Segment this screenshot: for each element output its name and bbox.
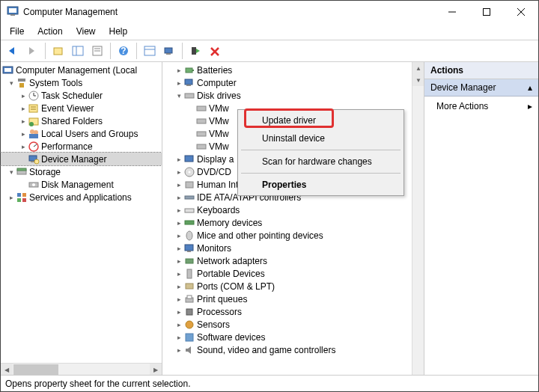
tree-shared-folders[interactable]: ▸Shared Folders — [1, 114, 162, 127]
svg-point-65 — [186, 231, 192, 240]
svg-text:?: ? — [121, 46, 126, 56]
device-disk-drives[interactable]: ▾Disk drives — [168, 89, 424, 102]
svg-point-32 — [29, 122, 34, 126]
svg-rect-53 — [185, 94, 194, 98]
tree-event-viewer[interactable]: ▸Event Viewer — [1, 102, 162, 114]
menu-view[interactable]: View — [70, 25, 102, 38]
device-ports[interactable]: ▸Ports (COM & LPT) — [168, 280, 424, 293]
help-button[interactable]: ? — [115, 42, 133, 60]
tree-performance[interactable]: ▸Performance — [1, 140, 162, 153]
app-icon — [7, 5, 19, 19]
tree-task-scheduler[interactable]: ▸Task Scheduler — [1, 89, 162, 102]
view-button[interactable] — [141, 42, 159, 60]
svg-rect-45 — [17, 193, 21, 197]
show-hide-tree-button[interactable] — [69, 42, 87, 60]
device-keyboards[interactable]: ▸Keyboards — [168, 203, 424, 216]
svg-rect-19 — [192, 47, 196, 55]
back-button[interactable] — [4, 42, 22, 60]
svg-rect-61 — [186, 182, 193, 188]
svg-rect-28 — [29, 105, 37, 112]
svg-point-33 — [30, 129, 34, 134]
device-processors[interactable]: ▸Processors — [168, 305, 424, 318]
svg-rect-24 — [18, 79, 25, 82]
device-batteries[interactable]: ▸Batteries — [168, 64, 424, 76]
svg-rect-7 — [54, 48, 62, 55]
svg-rect-75 — [186, 334, 193, 341]
context-separator — [241, 150, 401, 150]
svg-rect-70 — [186, 284, 193, 289]
svg-rect-67 — [187, 251, 191, 252]
up-button[interactable] — [49, 42, 67, 60]
svg-rect-69 — [187, 269, 192, 278]
svg-rect-68 — [186, 259, 193, 263]
device-computer[interactable]: ▸Computer — [168, 76, 424, 89]
svg-rect-1 — [9, 8, 16, 13]
tree-services-apps[interactable]: ▸Services and Applications — [1, 191, 162, 203]
tree-local-users[interactable]: ▸Local Users and Groups — [1, 127, 162, 140]
svg-point-40 — [34, 159, 39, 164]
context-scan[interactable]: Scan for hardware changes — [240, 153, 402, 171]
svg-rect-58 — [185, 156, 193, 162]
svg-rect-35 — [29, 134, 38, 138]
svg-rect-73 — [186, 309, 192, 315]
context-properties[interactable]: Properties — [240, 176, 402, 194]
svg-rect-64 — [185, 221, 194, 224]
left-horizontal-scrollbar[interactable]: ◀▶ — [1, 363, 162, 375]
device-sound[interactable]: ▸Sound, video and game controllers — [168, 343, 424, 356]
context-update-driver[interactable]: Update driver — [240, 111, 402, 129]
device-sensors[interactable]: ▸Sensors — [168, 318, 424, 331]
device-print-queues[interactable]: ▸Print queues — [168, 293, 424, 305]
svg-rect-15 — [144, 46, 155, 55]
center-vertical-scrollbar[interactable]: ▲▼ — [412, 62, 424, 375]
tree-storage[interactable]: ▾Storage — [1, 165, 162, 178]
minimize-button[interactable] — [435, 1, 469, 23]
svg-rect-49 — [186, 68, 192, 73]
device-memory[interactable]: ▸Memory devices — [168, 216, 424, 229]
context-separator — [241, 173, 401, 174]
svg-rect-18 — [166, 53, 171, 55]
actions-header: Actions — [424, 62, 538, 79]
actions-more-actions[interactable]: More Actions ▸ — [424, 97, 538, 116]
svg-rect-66 — [185, 245, 193, 251]
tree-system-tools[interactable]: ▾System Tools — [1, 76, 162, 89]
tree-disk-management[interactable]: Disk Management — [1, 178, 162, 191]
context-menu: Update driver Uninstall device Scan for … — [237, 109, 404, 196]
svg-rect-23 — [4, 68, 11, 72]
device-mice[interactable]: ▸Mice and other pointing devices — [168, 229, 424, 242]
toolbar: ? — [1, 40, 538, 62]
svg-rect-57 — [197, 144, 206, 149]
svg-rect-8 — [73, 46, 83, 55]
tree-device-manager[interactable]: Device Manager — [1, 153, 162, 165]
tree-root[interactable]: Computer Management (Local — [1, 64, 162, 76]
svg-rect-46 — [22, 193, 26, 197]
svg-point-74 — [186, 321, 193, 328]
svg-line-37 — [34, 144, 37, 147]
menu-file[interactable]: File — [4, 25, 30, 38]
console-tree-panel: Computer Management (Local ▾System Tools… — [1, 62, 162, 375]
arrow-right-icon: ▸ — [528, 101, 532, 111]
device-monitors[interactable]: ▸Monitors — [168, 242, 424, 254]
actions-section[interactable]: Device Manager ▴ — [424, 79, 538, 97]
close-button[interactable] — [504, 1, 538, 23]
status-text: Opens property sheet for the current sel… — [5, 379, 190, 389]
svg-rect-4 — [484, 9, 490, 16]
uninstall-button[interactable] — [206, 42, 224, 60]
properties-button[interactable] — [88, 42, 106, 60]
svg-rect-62 — [185, 196, 194, 199]
svg-rect-42 — [17, 168, 26, 171]
titlebar: Computer Management — [1, 1, 538, 23]
maximize-button[interactable] — [469, 1, 504, 23]
device-software[interactable]: ▸Software devices — [168, 331, 424, 343]
menu-help[interactable]: Help — [103, 25, 134, 38]
context-uninstall[interactable]: Uninstall device — [240, 129, 402, 147]
svg-rect-17 — [165, 48, 172, 53]
statusbar: Opens property sheet for the current sel… — [1, 375, 538, 391]
collapse-icon: ▴ — [528, 82, 532, 93]
device-portable[interactable]: ▸Portable Devices — [168, 267, 424, 280]
forward-button[interactable] — [23, 42, 41, 60]
device-network[interactable]: ▸Network adapters — [168, 254, 424, 267]
scan-hardware-button[interactable] — [160, 42, 178, 60]
menu-action[interactable]: Action — [31, 25, 68, 38]
actions-panel: Actions Device Manager ▴ More Actions ▸ — [424, 62, 538, 375]
update-driver-button[interactable] — [186, 42, 204, 60]
